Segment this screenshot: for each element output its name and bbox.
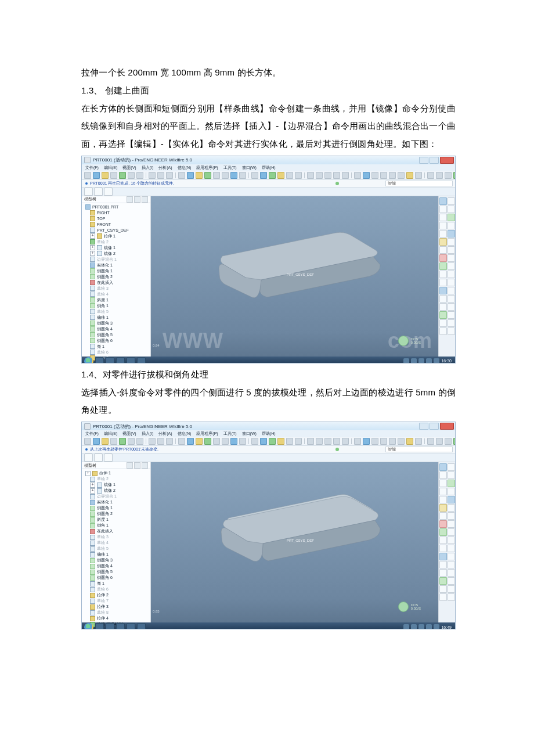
feature-tool-icon[interactable] [439, 537, 447, 544]
toolbar-icon[interactable] [333, 438, 340, 445]
toolbar-icon[interactable] [269, 172, 276, 179]
menu-item[interactable]: 文件(F) [85, 431, 99, 437]
feature-tool-icon[interactable] [448, 206, 455, 213]
feature-tool-icon[interactable] [439, 327, 447, 335]
feature-tool-icon[interactable] [439, 569, 447, 577]
toolbar-icon[interactable] [286, 438, 293, 445]
tree-node[interactable]: 草绘 6 [85, 350, 149, 355]
expand-icon[interactable]: + [90, 233, 95, 239]
tree-node[interactable]: 草绘 6 [85, 586, 149, 592]
feature-tool-icon[interactable] [448, 471, 455, 479]
feature-tool-icon[interactable] [439, 271, 447, 278]
toolbar-icon[interactable] [277, 438, 284, 445]
toolbar-icon[interactable] [196, 438, 203, 445]
start-button[interactable] [84, 357, 93, 363]
feature-tool-icon[interactable] [448, 512, 455, 520]
toolbar-icon[interactable] [354, 172, 361, 179]
close-button[interactable] [440, 157, 454, 164]
expand-icon[interactable]: + [90, 245, 95, 250]
feature-tool-icon[interactable] [439, 222, 447, 229]
tree-node[interactable]: 边界混合 1 [85, 494, 149, 499]
toolbar-icon[interactable] [427, 438, 434, 445]
feature-tool-icon[interactable] [448, 246, 455, 254]
panel-tab[interactable] [84, 453, 93, 462]
toolbar-icon[interactable] [187, 172, 194, 179]
toolbar-icon[interactable] [406, 438, 413, 445]
feature-tool-icon[interactable] [448, 593, 455, 601]
menu-item[interactable]: 帮助(H) [262, 165, 276, 171]
tree-node[interactable]: 偏移 1 [85, 315, 149, 321]
tree-node[interactable]: PRT0001.PRT [85, 204, 149, 210]
expand-icon[interactable]: + [85, 471, 91, 476]
toolbar-icon[interactable] [389, 172, 396, 179]
feature-tool-icon[interactable] [448, 238, 455, 246]
tree-node[interactable]: 倒圆角 4 [85, 563, 149, 569]
tree-node[interactable]: 实体化 1 [85, 262, 149, 268]
taskbar-item[interactable] [137, 357, 146, 363]
toolbar-icon[interactable] [354, 438, 361, 445]
feature-tool-icon[interactable] [448, 279, 455, 286]
tray-icon[interactable] [434, 358, 439, 363]
toolbar-icon[interactable] [324, 172, 331, 179]
toolbar-icon[interactable] [102, 172, 109, 179]
toolbar-icon[interactable] [166, 172, 173, 179]
tree-node[interactable]: 斜度 1 [85, 297, 149, 303]
tree-node[interactable]: 倒角 1 [85, 523, 149, 528]
toolbar-icon[interactable] [316, 172, 323, 179]
feature-tool-icon[interactable] [439, 496, 447, 503]
toolbar-icon[interactable] [389, 438, 396, 445]
selection-filter-select[interactable]: 智能 [385, 447, 453, 452]
toolbar-icon[interactable] [398, 438, 405, 445]
toolbar-icon[interactable] [251, 438, 258, 445]
feature-tool-icon[interactable] [439, 262, 447, 270]
tray-icon[interactable] [426, 624, 432, 629]
graphics-viewport[interactable]: PRT_CSYS_DEF0.84WWWcomDCS0.30/S [151, 196, 438, 357]
tree-header-icon[interactable] [127, 196, 133, 203]
feature-tool-icon[interactable] [448, 271, 455, 278]
feature-tool-icon[interactable] [448, 287, 455, 294]
toolbar-icon[interactable] [84, 438, 91, 445]
toolbar-icon[interactable] [102, 438, 109, 445]
feature-tool-icon[interactable] [439, 311, 447, 319]
toolbar-icon[interactable] [363, 438, 370, 445]
feature-tool-icon[interactable] [439, 238, 447, 246]
toolbar-icon[interactable] [398, 172, 405, 179]
toolbar-icon[interactable] [239, 172, 246, 179]
feature-tool-icon[interactable] [439, 197, 447, 205]
toolbar-icon[interactable] [286, 172, 293, 179]
toolbar-icon[interactable] [445, 172, 452, 179]
toolbar-icon[interactable] [149, 172, 156, 179]
toolbar-icon[interactable] [178, 172, 185, 179]
toolbar-icon[interactable] [324, 438, 331, 445]
feature-tool-icon[interactable] [439, 303, 447, 311]
feature-tool-icon[interactable] [448, 496, 455, 503]
taskbar-item[interactable] [127, 623, 135, 629]
toolbar-icon[interactable] [204, 172, 211, 179]
tree-node[interactable]: PRT_CSYS_DEF [85, 228, 149, 233]
feature-tool-icon[interactable] [439, 214, 447, 221]
tree-node[interactable]: 边界混合 1 [85, 257, 149, 262]
tree-node[interactable]: 倒圆角 6 [85, 575, 149, 581]
tree-node[interactable]: +镜像 1 [85, 245, 149, 251]
taskbar-item[interactable] [116, 357, 125, 363]
menu-item[interactable]: 视图(V) [122, 431, 136, 437]
toolbar-icon[interactable] [436, 172, 443, 179]
expand-icon[interactable]: + [90, 483, 95, 488]
selection-filter-select[interactable]: 智能 [385, 181, 453, 186]
toolbar-icon[interactable] [119, 172, 126, 179]
tree-node[interactable]: +拉伸 1 [85, 233, 149, 239]
play-icon[interactable] [398, 336, 409, 346]
tree-node[interactable]: 草绘 3 [85, 286, 149, 291]
toolbar-icon[interactable] [178, 438, 185, 445]
menu-item[interactable]: 窗口(W) [242, 431, 257, 437]
expand-icon[interactable]: + [90, 251, 95, 256]
toolbar-icon[interactable] [157, 438, 164, 445]
minimize-button[interactable] [419, 157, 428, 164]
close-button[interactable] [440, 423, 454, 430]
maximize-button[interactable] [430, 157, 439, 164]
taskbar-item[interactable] [95, 357, 104, 363]
toolbar-icon[interactable] [415, 172, 422, 179]
start-button[interactable] [84, 623, 93, 629]
tray-icon[interactable] [426, 358, 432, 363]
toolbar-icon[interactable] [128, 172, 135, 179]
